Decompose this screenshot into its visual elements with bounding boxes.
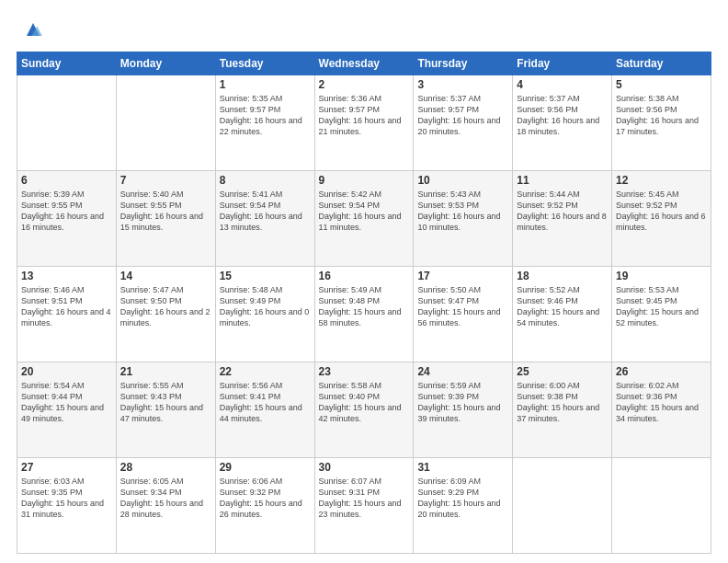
day-info: Sunrise: 5:49 AMSunset: 9:48 PMDaylight:… xyxy=(319,284,410,329)
calendar-cell: 21Sunrise: 5:55 AMSunset: 9:43 PMDayligh… xyxy=(116,362,215,458)
week-row-3: 20Sunrise: 5:54 AMSunset: 9:44 PMDayligh… xyxy=(17,362,711,458)
calendar-cell: 17Sunrise: 5:50 AMSunset: 9:47 PMDayligh… xyxy=(414,267,513,362)
weekday-header-friday: Friday xyxy=(513,52,612,75)
day-number: 5 xyxy=(616,78,707,91)
day-info: Sunrise: 6:06 AMSunset: 9:32 PMDaylight:… xyxy=(220,476,311,521)
day-number: 16 xyxy=(319,270,410,282)
logo xyxy=(17,17,46,42)
weekday-header-tuesday: Tuesday xyxy=(215,52,314,75)
weekday-header-monday: Monday xyxy=(116,52,215,75)
day-info: Sunrise: 5:40 AMSunset: 9:55 PMDaylight:… xyxy=(120,189,211,234)
calendar-cell: 22Sunrise: 5:56 AMSunset: 9:41 PMDayligh… xyxy=(215,362,314,458)
calendar-cell: 15Sunrise: 5:48 AMSunset: 9:49 PMDayligh… xyxy=(215,267,314,362)
calendar-cell: 5Sunrise: 5:38 AMSunset: 9:56 PMDaylight… xyxy=(612,75,711,171)
calendar-cell: 25Sunrise: 6:00 AMSunset: 9:38 PMDayligh… xyxy=(513,362,612,458)
calendar-cell: 16Sunrise: 5:49 AMSunset: 9:48 PMDayligh… xyxy=(314,267,414,362)
calendar-cell: 1Sunrise: 5:35 AMSunset: 9:57 PMDaylight… xyxy=(215,75,314,171)
day-number: 29 xyxy=(220,461,311,474)
day-number: 25 xyxy=(517,365,608,378)
calendar-cell: 12Sunrise: 5:45 AMSunset: 9:52 PMDayligh… xyxy=(612,171,711,267)
day-info: Sunrise: 5:45 AMSunset: 9:52 PMDaylight:… xyxy=(616,189,707,234)
day-info: Sunrise: 5:37 AMSunset: 9:56 PMDaylight:… xyxy=(517,93,608,138)
day-info: Sunrise: 5:54 AMSunset: 9:44 PMDaylight:… xyxy=(21,380,112,425)
weekday-header-row: SundayMondayTuesdayWednesdayThursdayFrid… xyxy=(17,52,711,75)
header xyxy=(17,17,711,42)
calendar-cell: 11Sunrise: 5:44 AMSunset: 9:52 PMDayligh… xyxy=(513,171,612,267)
calendar-cell: 30Sunrise: 6:07 AMSunset: 9:31 PMDayligh… xyxy=(314,458,414,554)
calendar-cell: 29Sunrise: 6:06 AMSunset: 9:32 PMDayligh… xyxy=(215,458,314,554)
day-number: 24 xyxy=(417,365,508,378)
day-info: Sunrise: 5:53 AMSunset: 9:45 PMDaylight:… xyxy=(616,284,707,329)
week-row-1: 6Sunrise: 5:39 AMSunset: 9:55 PMDaylight… xyxy=(17,171,711,267)
day-number: 1 xyxy=(220,78,311,91)
day-info: Sunrise: 5:43 AMSunset: 9:53 PMDaylight:… xyxy=(417,189,508,234)
day-info: Sunrise: 6:07 AMSunset: 9:31 PMDaylight:… xyxy=(319,476,410,521)
day-number: 28 xyxy=(120,461,211,474)
logo-icon xyxy=(20,17,46,42)
day-info: Sunrise: 5:38 AMSunset: 9:56 PMDaylight:… xyxy=(616,93,707,138)
day-number: 21 xyxy=(120,365,211,378)
day-number: 4 xyxy=(517,78,608,91)
weekday-header-saturday: Saturday xyxy=(612,52,711,75)
week-row-2: 13Sunrise: 5:46 AMSunset: 9:51 PMDayligh… xyxy=(17,267,711,362)
calendar-cell xyxy=(116,75,215,171)
calendar-cell xyxy=(17,75,117,171)
calendar-cell: 24Sunrise: 5:59 AMSunset: 9:39 PMDayligh… xyxy=(414,362,513,458)
day-number: 3 xyxy=(417,78,508,91)
day-number: 12 xyxy=(616,174,707,187)
week-row-4: 27Sunrise: 6:03 AMSunset: 9:35 PMDayligh… xyxy=(17,458,711,554)
day-number: 19 xyxy=(616,270,707,282)
calendar-cell: 14Sunrise: 5:47 AMSunset: 9:50 PMDayligh… xyxy=(116,267,215,362)
day-info: Sunrise: 5:39 AMSunset: 9:55 PMDaylight:… xyxy=(21,189,112,234)
calendar-cell: 2Sunrise: 5:36 AMSunset: 9:57 PMDaylight… xyxy=(314,75,414,171)
calendar-cell: 7Sunrise: 5:40 AMSunset: 9:55 PMDaylight… xyxy=(116,171,215,267)
day-number: 15 xyxy=(220,270,311,282)
day-info: Sunrise: 6:09 AMSunset: 9:29 PMDaylight:… xyxy=(417,476,508,521)
day-number: 13 xyxy=(21,270,112,282)
day-info: Sunrise: 5:56 AMSunset: 9:41 PMDaylight:… xyxy=(220,380,311,425)
calendar-cell xyxy=(612,458,711,554)
day-info: Sunrise: 6:05 AMSunset: 9:34 PMDaylight:… xyxy=(120,476,211,521)
weekday-header-wednesday: Wednesday xyxy=(314,52,414,75)
calendar-cell: 3Sunrise: 5:37 AMSunset: 9:57 PMDaylight… xyxy=(414,75,513,171)
day-info: Sunrise: 5:48 AMSunset: 9:49 PMDaylight:… xyxy=(220,284,311,329)
calendar-cell: 9Sunrise: 5:42 AMSunset: 9:54 PMDaylight… xyxy=(314,171,414,267)
day-info: Sunrise: 6:03 AMSunset: 9:35 PMDaylight:… xyxy=(21,476,112,521)
day-number: 30 xyxy=(319,461,410,474)
day-number: 26 xyxy=(616,365,707,378)
weekday-header-sunday: Sunday xyxy=(17,52,117,75)
day-info: Sunrise: 5:52 AMSunset: 9:46 PMDaylight:… xyxy=(517,284,608,329)
day-info: Sunrise: 6:00 AMSunset: 9:38 PMDaylight:… xyxy=(517,380,608,425)
day-number: 2 xyxy=(319,78,410,91)
day-info: Sunrise: 5:35 AMSunset: 9:57 PMDaylight:… xyxy=(220,93,311,138)
calendar-cell: 10Sunrise: 5:43 AMSunset: 9:53 PMDayligh… xyxy=(414,171,513,267)
day-info: Sunrise: 5:36 AMSunset: 9:57 PMDaylight:… xyxy=(319,93,410,138)
calendar-cell: 27Sunrise: 6:03 AMSunset: 9:35 PMDayligh… xyxy=(17,458,117,554)
day-number: 14 xyxy=(120,270,211,282)
calendar-cell: 31Sunrise: 6:09 AMSunset: 9:29 PMDayligh… xyxy=(414,458,513,554)
calendar-cell: 13Sunrise: 5:46 AMSunset: 9:51 PMDayligh… xyxy=(17,267,117,362)
day-number: 7 xyxy=(120,174,211,187)
day-info: Sunrise: 5:59 AMSunset: 9:39 PMDaylight:… xyxy=(417,380,508,425)
day-info: Sunrise: 5:41 AMSunset: 9:54 PMDaylight:… xyxy=(220,189,311,234)
calendar-cell xyxy=(513,458,612,554)
day-number: 31 xyxy=(417,461,508,474)
week-row-0: 1Sunrise: 5:35 AMSunset: 9:57 PMDaylight… xyxy=(17,75,711,171)
day-number: 27 xyxy=(21,461,112,474)
day-info: Sunrise: 5:44 AMSunset: 9:52 PMDaylight:… xyxy=(517,189,608,234)
day-info: Sunrise: 6:02 AMSunset: 9:36 PMDaylight:… xyxy=(616,380,707,425)
calendar-cell: 20Sunrise: 5:54 AMSunset: 9:44 PMDayligh… xyxy=(17,362,117,458)
calendar-cell: 26Sunrise: 6:02 AMSunset: 9:36 PMDayligh… xyxy=(612,362,711,458)
day-info: Sunrise: 5:58 AMSunset: 9:40 PMDaylight:… xyxy=(319,380,410,425)
day-info: Sunrise: 5:46 AMSunset: 9:51 PMDaylight:… xyxy=(21,284,112,329)
calendar-table: SundayMondayTuesdayWednesdayThursdayFrid… xyxy=(17,52,711,554)
day-number: 17 xyxy=(417,270,508,282)
day-info: Sunrise: 5:50 AMSunset: 9:47 PMDaylight:… xyxy=(417,284,508,329)
day-info: Sunrise: 5:55 AMSunset: 9:43 PMDaylight:… xyxy=(120,380,211,425)
day-info: Sunrise: 5:42 AMSunset: 9:54 PMDaylight:… xyxy=(319,189,410,234)
weekday-header-thursday: Thursday xyxy=(414,52,513,75)
day-number: 8 xyxy=(220,174,311,187)
day-number: 22 xyxy=(220,365,311,378)
calendar-cell: 6Sunrise: 5:39 AMSunset: 9:55 PMDaylight… xyxy=(17,171,117,267)
day-info: Sunrise: 5:47 AMSunset: 9:50 PMDaylight:… xyxy=(120,284,211,329)
